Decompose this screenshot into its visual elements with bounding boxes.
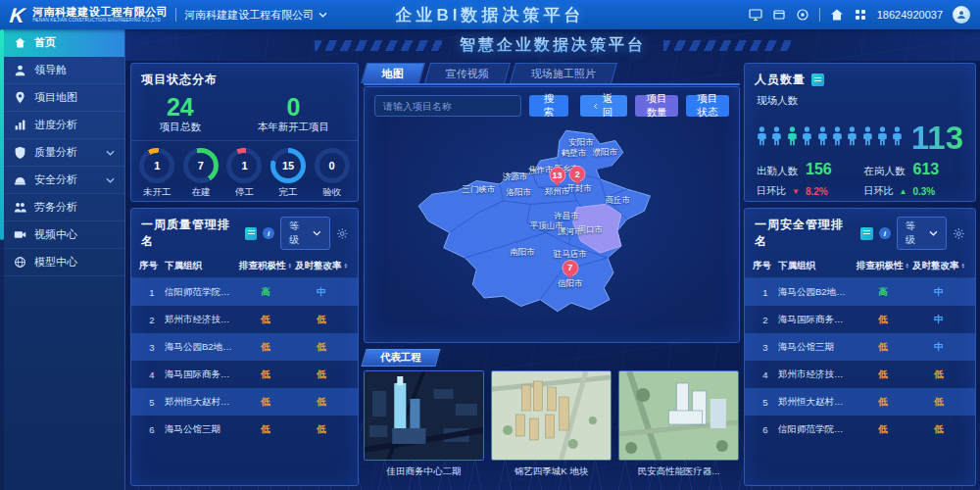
- onduty-stat: 在岗人数 613: [864, 161, 964, 178]
- table-row[interactable]: 6信阳师范学院淮河校区二...低低: [745, 416, 975, 443]
- project-status-button[interactable]: 项目状态: [686, 95, 729, 117]
- table-row[interactable]: 3海马公园B2地块二期低低: [131, 333, 358, 361]
- sidebar-item-home[interactable]: 首页: [0, 29, 124, 57]
- level-filter-select[interactable]: 等级: [280, 217, 330, 250]
- sidebar-item-leader[interactable]: 领导舱: [0, 57, 124, 84]
- project-count-marker[interactable]: 2: [569, 166, 586, 182]
- sidebar-scrollbar[interactable]: [0, 29, 4, 490]
- person-icon: [877, 120, 888, 153]
- row-organization: 信阳师范学院淮河校区二...: [778, 423, 856, 436]
- person-icons-row: 113: [745, 108, 975, 153]
- info-icon[interactable]: i: [263, 227, 274, 239]
- sidebar-item-safety[interactable]: 安全分析: [0, 167, 124, 194]
- quality-icon: [14, 146, 26, 159]
- report-icon: [245, 227, 257, 240]
- table-header: 序号 下属组织 排查积极性▲▼ 及时整改率▲▼: [745, 254, 975, 278]
- ring-label: 未开工: [136, 186, 177, 199]
- city-label[interactable]: 驻马店市: [554, 249, 587, 261]
- level-filter-select[interactable]: 等级: [897, 217, 947, 250]
- ring-label: 完工: [268, 186, 309, 199]
- sort-icon[interactable]: ▲▼: [961, 264, 965, 269]
- company-selector[interactable]: 河南科建建设工程有限公司: [184, 8, 327, 23]
- row-organization: 海马国际商务中心A1地...: [165, 368, 238, 381]
- table-row[interactable]: 4郑州市经济技术开发区青...低低: [745, 361, 975, 388]
- new-projects-label: 本年新开工项目: [258, 121, 330, 134]
- sidebar-item-project-map[interactable]: 项目地图: [0, 84, 124, 112]
- scrollbar-thumb[interactable]: [0, 29, 4, 240]
- search-input[interactable]: [374, 95, 521, 117]
- city-label[interactable]: 商丘市: [606, 195, 631, 207]
- sidebar-item-model[interactable]: 模型中心: [0, 249, 124, 276]
- gear-icon[interactable]: [953, 227, 965, 240]
- window-icon[interactable]: [772, 8, 786, 22]
- project-count-marker[interactable]: 13: [549, 167, 565, 183]
- grid-icon[interactable]: [854, 8, 867, 22]
- quality-ranking-panel: 一周质量管理排名 i 等级 序号 下属组织 排查积极性▲▼ 及时整改率▲▼ 1信…: [130, 208, 359, 486]
- tab-promo-video[interactable]: 宣传视频: [424, 63, 511, 83]
- city-label[interactable]: 三门峡市: [462, 184, 495, 196]
- table-row[interactable]: 5郑州恒大赵村安置区A-0...低低: [745, 388, 975, 416]
- ring-chart: 1: [139, 148, 174, 183]
- table-row[interactable]: 1信阳师范学院淮河校区二...高中: [131, 278, 358, 306]
- table-row[interactable]: 2郑州市经济技术开发区青...低低: [131, 306, 358, 333]
- city-label[interactable]: 周口市: [578, 224, 604, 236]
- sidebar-item-video[interactable]: 视频中心: [0, 221, 124, 249]
- row-organization: 郑州恒大赵村安置区A-0...: [778, 396, 856, 409]
- project-image[interactable]: [364, 370, 484, 461]
- city-label[interactable]: 洛阳市: [507, 187, 532, 199]
- user-avatar[interactable]: [953, 6, 970, 24]
- project-count-button[interactable]: 项目数量: [635, 95, 678, 117]
- row-rectify-level: 低: [293, 368, 350, 381]
- project-count-marker[interactable]: 7: [562, 260, 578, 276]
- city-label[interactable]: 鹤壁市: [562, 148, 587, 160]
- project-image[interactable]: [618, 370, 739, 461]
- henan-province-map[interactable]: 安阳市鹤壁市濮阳市焦作市新乡市济源市三门峡市洛阳市郑州市开封市商丘市许昌市平顶山…: [368, 121, 735, 338]
- monitor-icon[interactable]: [749, 8, 762, 22]
- back-button[interactable]: 返回: [580, 95, 628, 117]
- ring-chart: 0: [315, 148, 350, 183]
- home-icon[interactable]: [830, 8, 844, 22]
- sort-icon[interactable]: ▲▼: [906, 264, 909, 269]
- table-row[interactable]: 4海马国际商务中心A1地...低低: [131, 361, 358, 388]
- row-rectify-level: 中: [293, 286, 350, 299]
- city-label[interactable]: 濮阳市: [592, 147, 617, 159]
- city-label[interactable]: 信阳市: [558, 278, 583, 290]
- search-button[interactable]: 搜索: [529, 95, 568, 117]
- col-org: 下属组织: [165, 260, 238, 272]
- row-activity-level: 高: [856, 286, 910, 299]
- home-icon: [14, 36, 26, 49]
- table-row[interactable]: 6海马公馆三期低低: [131, 416, 358, 443]
- project-image[interactable]: [491, 370, 612, 461]
- table-row[interactable]: 5郑州恒大赵村安置区A-0...低低: [131, 388, 358, 416]
- onsite-count-label: 现场人数: [745, 92, 975, 108]
- sidebar-item-quality[interactable]: 质量分析: [0, 139, 124, 167]
- tab-map[interactable]: 地图: [361, 63, 425, 83]
- person-icon: [832, 120, 843, 153]
- sidebar-item-progress[interactable]: 进度分析: [0, 112, 124, 139]
- city-label[interactable]: 南阳市: [510, 247, 535, 259]
- sort-icon[interactable]: ▲▼: [344, 264, 348, 269]
- status-ring: 1停工: [223, 148, 265, 199]
- header-divider: [175, 8, 176, 22]
- new-projects-value: 0: [258, 94, 330, 120]
- table-row[interactable]: 1海马公园B2地块二期高中: [745, 278, 975, 306]
- project-card: 锦艺四季城K 地块: [491, 370, 612, 478]
- ratio-up: 日环比 ▲ 0.3%: [864, 184, 964, 198]
- person-icon: [757, 120, 767, 153]
- info-icon[interactable]: i: [879, 227, 891, 239]
- report-icon: [811, 74, 824, 86]
- table-row[interactable]: 3海马公馆三期低中: [745, 333, 975, 361]
- gear-icon[interactable]: [336, 227, 348, 240]
- city-label[interactable]: 济源市: [503, 172, 528, 183]
- top-header: K 河南科建建设工程有限公司 HENAN KEJIAN CONSTRUCTION…: [0, 0, 980, 29]
- sort-icon[interactable]: ▲▼: [288, 264, 292, 269]
- target-icon[interactable]: [796, 8, 809, 22]
- status-ring: 1未开工: [136, 148, 177, 199]
- col-rectify: 及时整改率: [912, 260, 959, 272]
- projects-tab[interactable]: 代表工程: [361, 349, 440, 367]
- table-row[interactable]: 2海马国际商务中心A1地...低中: [745, 306, 975, 333]
- sidebar-item-labor[interactable]: 劳务分析: [0, 194, 124, 221]
- arrow-up-icon: ▲: [900, 187, 907, 196]
- project-cards: 佳田商务中心二期锦艺四季城K 地块民安高性能医疗器...: [364, 370, 740, 478]
- tab-site-photos[interactable]: 现场施工照片: [510, 63, 617, 83]
